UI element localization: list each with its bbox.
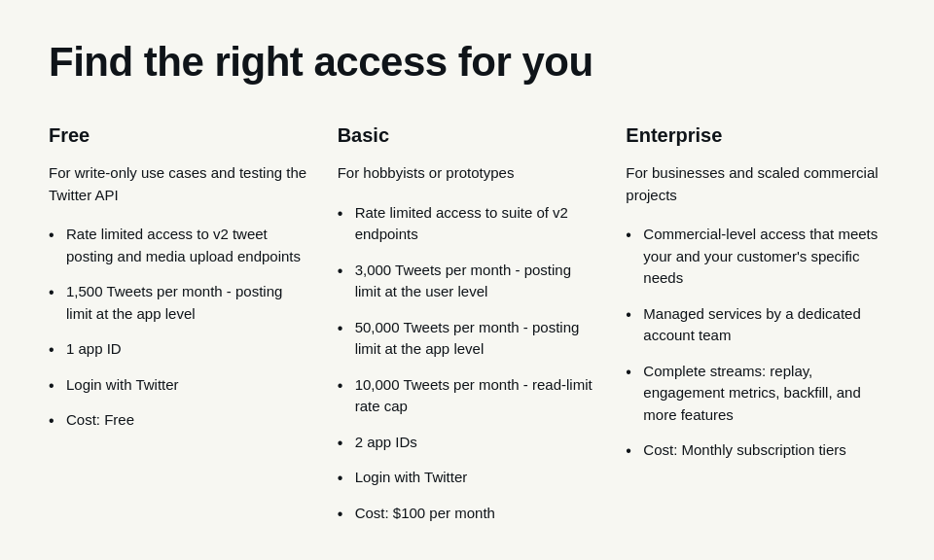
- list-item: Commercial-level access that meets your …: [626, 224, 885, 290]
- list-item: Rate limited access to suite of v2 endpo…: [338, 202, 597, 246]
- plan-desc-basic: For hobbyists or prototypes: [338, 162, 597, 185]
- page-title: Find the right access for you: [49, 39, 885, 86]
- list-item: Login with Twitter: [338, 467, 597, 489]
- list-item: Cost: Free: [49, 409, 308, 432]
- plan-col-basic: BasicFor hobbyists or prototypesRate lim…: [338, 124, 597, 524]
- plan-features-free: Rate limited access to v2 tweet posting …: [49, 224, 308, 432]
- list-item: Complete streams: replay, engagement met…: [626, 361, 885, 427]
- list-item: 50,000 Tweets per month - posting limit …: [338, 317, 597, 361]
- list-item: 1,500 Tweets per month - posting limit a…: [49, 281, 308, 325]
- plan-name-basic: Basic: [338, 124, 597, 147]
- list-item: Cost: $100 per month: [338, 503, 597, 525]
- plan-name-free: Free: [49, 124, 308, 147]
- plan-features-basic: Rate limited access to suite of v2 endpo…: [338, 202, 597, 525]
- list-item: 1 app ID: [49, 338, 308, 361]
- plan-col-enterprise: EnterpriseFor businesses and scaled comm…: [626, 124, 885, 462]
- list-item: 2 app IDs: [338, 432, 597, 454]
- plan-features-enterprise: Commercial-level access that meets your …: [626, 224, 885, 462]
- list-item: Managed services by a dedicated account …: [626, 303, 885, 347]
- plan-name-enterprise: Enterprise: [626, 124, 885, 147]
- list-item: Login with Twitter: [49, 374, 308, 397]
- plan-col-free: FreeFor write-only use cases and testing…: [49, 124, 308, 432]
- list-item: 10,000 Tweets per month - read-limit rat…: [338, 374, 597, 418]
- plans-columns: FreeFor write-only use cases and testing…: [49, 124, 885, 524]
- list-item: 3,000 Tweets per month - posting limit a…: [338, 260, 597, 303]
- plan-desc-enterprise: For businesses and scaled commercial pro…: [626, 162, 885, 206]
- list-item: Cost: Monthly subscription tiers: [626, 439, 885, 462]
- list-item: Rate limited access to v2 tweet posting …: [49, 224, 308, 267]
- plan-desc-free: For write-only use cases and testing the…: [49, 162, 308, 206]
